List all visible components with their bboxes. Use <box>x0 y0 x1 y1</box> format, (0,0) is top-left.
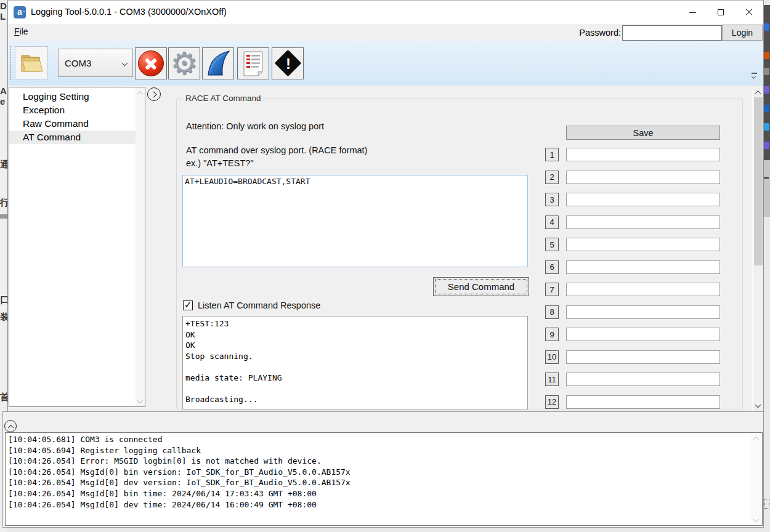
send-command-button[interactable]: Send Command <box>433 277 529 296</box>
log-panel: [10:04:05.681] COM3 is connected [10:04:… <box>2 411 764 528</box>
listen-response-checkbox[interactable]: ✓ <box>183 300 193 310</box>
command-slot-row: 2 <box>545 171 720 184</box>
menu-file[interactable]: File <box>14 26 28 36</box>
at-command-input[interactable] <box>182 175 528 267</box>
scroll-up-icon[interactable] <box>137 91 144 97</box>
check-icon: ✓ <box>184 299 192 310</box>
command-slot-row: 6 <box>545 260 720 274</box>
slot-value-input[interactable] <box>566 238 720 251</box>
window-title: Logging Tool-5.0.0.1 - COM3 (3000000/XOn… <box>31 7 227 17</box>
description-line2: ex.) "AT+TEST?" <box>186 158 254 168</box>
screen: DLAe通行口装首 a’ Logging Tool-5.0.0.1 - COM3… <box>0 0 770 532</box>
maximize-button[interactable] <box>707 1 735 24</box>
scroll-up-icon[interactable] <box>755 91 761 97</box>
wireshark-fin-icon <box>204 49 232 78</box>
command-slot-row: 11 <box>545 373 720 386</box>
app-logo-icon: a’ <box>14 6 26 18</box>
slot-number-button[interactable]: 1 <box>545 148 559 161</box>
command-slot-row: 5 <box>545 238 720 251</box>
close-button[interactable] <box>735 1 763 24</box>
save-button[interactable]: Save <box>566 126 720 140</box>
sidebar-scrollbar[interactable] <box>136 87 145 406</box>
wireshark-button[interactable] <box>202 47 234 79</box>
slot-value-input[interactable] <box>566 260 720 274</box>
chevron-right-icon <box>150 91 156 97</box>
slot-number-button[interactable]: 3 <box>545 193 559 206</box>
slot-number-button[interactable]: 11 <box>545 373 559 386</box>
close-icon <box>745 8 753 17</box>
slot-value-input[interactable] <box>566 148 720 161</box>
slot-number-button[interactable]: 4 <box>545 216 559 229</box>
gear-icon: ⚙ <box>171 49 198 78</box>
slot-value-input[interactable] <box>566 216 720 229</box>
slot-number-button[interactable]: 7 <box>545 283 559 296</box>
listen-response-label: Listen AT Command Response <box>198 300 320 310</box>
main-content: Logging Setting Exception Raw Command AT… <box>8 86 763 412</box>
background-right-strip <box>764 0 770 532</box>
password-input[interactable] <box>622 25 722 41</box>
sidebar-item[interactable]: Exception <box>9 103 145 117</box>
desktop-icon-fragment <box>764 499 769 509</box>
scroll-down-icon[interactable] <box>755 402 761 408</box>
title-bar[interactable]: a’ Logging Tool-5.0.0.1 - COM3 (3000000/… <box>8 1 763 24</box>
chevron-down-icon <box>122 60 128 66</box>
slot-number-button[interactable]: 12 <box>545 395 559 409</box>
menu-bar: File Password: Login <box>8 24 763 41</box>
chevron-down-icon <box>752 75 756 79</box>
slot-number-button[interactable]: 6 <box>545 260 559 274</box>
login-button[interactable]: Login <box>722 25 763 41</box>
command-slots: 1 2 3 4 <box>545 148 720 409</box>
log-text: [10:04:05.681] COM3 is connected [10:04:… <box>6 433 762 511</box>
open-log-folder-button[interactable] <box>15 46 48 79</box>
main-scrollbar[interactable] <box>752 87 763 411</box>
folder-icon <box>19 52 44 74</box>
slot-value-input[interactable] <box>566 328 720 341</box>
description-line1: AT command over syslog port. (RACE forma… <box>186 145 367 155</box>
attention-text: Attention: Only work on syslog port <box>186 121 324 131</box>
log-output[interactable]: [10:04:05.681] COM3 is connected [10:04:… <box>5 432 763 526</box>
slot-value-input[interactable] <box>566 350 720 364</box>
disconnect-icon <box>138 50 164 76</box>
toolbar-drag-handle[interactable] <box>10 46 11 80</box>
sidebar-item[interactable]: AT Command <box>9 131 145 144</box>
slot-number-button[interactable]: 9 <box>545 328 559 341</box>
alert-button[interactable]: ! <box>272 47 304 79</box>
view-log-button[interactable] <box>237 47 269 79</box>
collapse-log-button[interactable] <box>4 420 17 432</box>
scroll-down-icon[interactable] <box>137 398 144 404</box>
minimize-button[interactable] <box>678 1 707 24</box>
scrollbar-thumb[interactable] <box>754 97 763 265</box>
collapse-sidebar-button[interactable] <box>147 87 161 101</box>
slot-number-button[interactable]: 5 <box>545 238 559 251</box>
toolbar: COM3 ⚙ <box>8 41 763 86</box>
command-slot-row: 1 <box>545 148 720 161</box>
sidebar-item[interactable]: Raw Command <box>9 117 145 131</box>
background-divider <box>0 214 7 219</box>
com-port-value: COM3 <box>65 58 91 68</box>
sidebar-item[interactable]: Logging Setting <box>9 90 145 103</box>
com-port-select[interactable]: COM3 <box>58 49 133 77</box>
scroll-up-icon[interactable] <box>753 437 760 443</box>
slot-value-input[interactable] <box>566 395 720 409</box>
slot-value-input[interactable] <box>566 283 720 296</box>
slot-number-button[interactable]: 8 <box>545 305 559 319</box>
navigation-list: Logging Setting Exception Raw Command AT… <box>9 87 145 407</box>
command-slot-row: 3 <box>545 193 720 206</box>
slot-number-button[interactable]: 10 <box>545 350 559 364</box>
disconnect-button[interactable] <box>135 47 167 79</box>
slot-value-input[interactable] <box>566 373 720 386</box>
toolbar-overflow-button[interactable] <box>751 71 758 80</box>
slot-value-input[interactable] <box>566 193 720 206</box>
scroll-down-icon[interactable] <box>753 517 760 523</box>
settings-button[interactable]: ⚙ <box>168 47 200 79</box>
slot-value-input[interactable] <box>566 305 720 319</box>
slot-value-input[interactable] <box>566 171 720 184</box>
password-label: Password: <box>579 28 621 38</box>
minimize-icon <box>689 12 696 13</box>
slot-number-button[interactable]: 2 <box>545 171 559 184</box>
maximize-icon <box>718 9 724 15</box>
command-slot-row: 8 <box>545 305 720 319</box>
group-title: RACE AT Command <box>182 94 264 103</box>
log-scrollbar[interactable] <box>751 433 762 525</box>
at-response-output[interactable]: +TEST:123 OK OK Stop scanning. media sta… <box>182 316 528 409</box>
